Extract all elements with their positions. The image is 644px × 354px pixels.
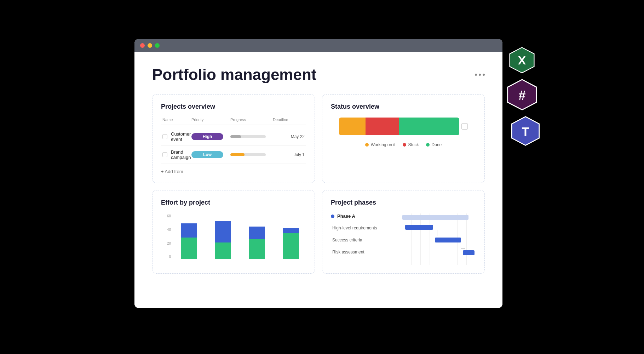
project-phases-card: Project phases Phase A High-level requir… [322,190,485,274]
deadline-1: July 1 [273,152,305,157]
legend-dot-done [426,143,430,147]
add-item-button[interactable]: + Add Item [161,169,306,174]
gantt-connector-0 [433,230,437,236]
excel-integration-icon[interactable]: X [508,46,536,74]
bar-group-1 [208,221,238,259]
status-bar-toggle[interactable] [461,123,468,130]
more-menu-button[interactable] [475,74,485,76]
gantt-col-2 [421,213,430,265]
bar-green-0 [181,238,197,259]
legend-dot-working [365,143,369,147]
slack-integration-icon[interactable]: # [505,78,539,112]
traffic-light-red [140,43,145,48]
status-bar [339,118,459,135]
teams-integration-icon[interactable]: T [510,115,541,147]
y-label-0: 0 [169,255,171,259]
phase-a-dot [331,215,334,218]
traffic-light-yellow [148,43,152,48]
gantt-chart [402,213,476,265]
gantt-col-1 [412,213,421,265]
col-name: Name [162,118,191,122]
status-overview-title: Status overview [331,103,476,110]
bar-group-3 [276,228,306,259]
row-name-1: Brand campaign [162,149,191,160]
y-label-60: 60 [167,214,171,218]
bar-blue-2 [249,227,265,239]
task-label-1: Success criteria [331,236,398,243]
bar-group-2 [242,227,272,259]
gantt-bar-success [435,238,461,242]
status-overview-card: Status overview [322,94,485,183]
gantt-bar-risk [463,250,475,255]
legend-dot-stuck [403,143,406,147]
scene: X # T Po [134,39,510,315]
bar-stack-0 [181,223,197,259]
more-dot-3 [483,74,485,76]
page-title: Portfolio management [152,66,317,84]
progress-bar-0 [230,135,266,138]
bar-blue-0 [181,223,197,238]
bar-green-1 [215,242,231,259]
row-name-0: Customer event [162,131,191,142]
svg-text:T: T [522,125,529,138]
task-text-0: High-level requirements [332,225,377,230]
priority-badge-0[interactable]: High [191,133,223,140]
dashboard-grid: Projects overview Name Priority Progress… [152,94,485,274]
gantt-connector-1 [461,242,465,249]
gantt-col-0 [402,213,412,265]
y-label-20: 20 [167,241,171,245]
col-progress: Progress [230,118,273,122]
legend-done: Done [426,142,442,147]
task-label-2: Risk assessment [331,249,398,255]
browser-content: Portfolio management Projects overview N… [134,52,502,308]
bar-stack-2 [249,227,265,259]
status-chart: Working on it Stuck Done [331,118,476,147]
col-deadline: Deadline [273,118,305,122]
progress-bar-1 [230,153,266,156]
phases-content: Phase A High-level requirements Success … [331,213,476,265]
effort-by-project-card: Effort by project 60 40 20 0 [152,190,315,274]
phase-a-text: Phase A [337,213,355,219]
bar-blue-3 [283,228,299,233]
bar-stack-1 [215,221,231,259]
project-phases-title: Project phases [331,199,476,206]
deadline-0: May 22 [273,134,305,139]
gantt-bar-phase-a [402,215,468,220]
y-axis: 60 40 20 0 [161,213,171,259]
legend-label-done: Done [432,142,442,147]
browser-titlebar [134,39,502,52]
table-header: Name Priority Progress Deadline [161,118,306,125]
task-label-0: High-level requirements [331,224,398,231]
bars-container [174,213,306,259]
status-stuck [366,118,399,135]
progress-fill-0 [230,135,241,138]
y-label-40: 40 [167,228,171,232]
projects-overview-card: Projects overview Name Priority Progress… [152,94,315,183]
integrations-panel: X # T [502,46,541,147]
projects-table: Name Priority Progress Deadline Customer… [161,118,306,174]
row-name-text-1: Brand campaign [171,149,191,160]
svg-text:#: # [518,88,525,103]
status-working-on-it [339,118,366,135]
legend-stuck: Stuck [403,142,419,147]
priority-cell-0: High [191,133,230,140]
effort-title: Effort by project [161,199,306,206]
row-name-text-0: Customer event [171,131,191,142]
gantt-col-7 [467,213,476,265]
col-priority: Priority [191,118,230,122]
progress-fill-1 [230,153,245,156]
row-checkbox-1[interactable] [162,152,167,157]
table-row: Brand campaign Low July 1 [161,146,306,164]
bar-chart: 60 40 20 0 [161,213,306,259]
more-dot-1 [475,74,477,76]
status-done [399,118,459,135]
row-checkbox-0[interactable] [162,134,167,139]
bar-green-3 [283,233,299,259]
priority-badge-1[interactable]: Low [191,151,223,158]
task-text-2: Risk assessment [332,250,364,255]
gantt-bar-requirements [405,225,433,230]
traffic-light-green [155,43,160,48]
legend-label-working: Working on it [371,142,396,147]
bar-blue-1 [215,221,231,242]
svg-text:X: X [518,54,526,67]
